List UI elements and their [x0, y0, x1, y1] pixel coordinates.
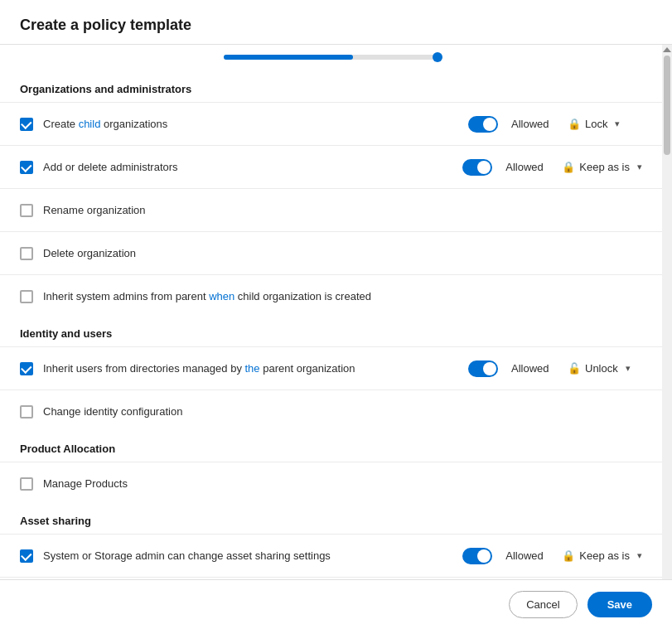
row-controls-inherit-users-dirs: Allowed🔓Unlock▾ — [468, 360, 642, 377]
checkbox-cell-system-storage-admin — [20, 549, 43, 563]
lock-label-system-storage-admin: Keep as is — [579, 549, 630, 562]
toggle-inherit-users-dirs[interactable] — [468, 360, 498, 377]
policy-row-rename-org: Rename organization — [0, 188, 662, 231]
toggle-label-inherit-users-dirs: Allowed — [511, 362, 554, 375]
toggle-label-add-delete-admins: Allowed — [505, 161, 549, 173]
section-header-product-allocation: Product Allocation — [0, 433, 662, 462]
toggle-track-create-child-orgs — [468, 116, 498, 133]
chevron-icon-system-storage-admin: ▾ — [637, 550, 642, 561]
toggle-track-add-delete-admins — [462, 159, 492, 176]
section-header-asset-sharing: Asset sharing — [0, 505, 662, 534]
checkbox-cell-change-identity-config — [20, 405, 43, 419]
scrollbar-area: Organizations and administratorsCreate c… — [0, 45, 672, 629]
toggle-thumb-add-delete-admins — [477, 161, 491, 174]
lock-label-create-child-orgs: Lock — [585, 118, 607, 130]
section-header-identity-users: Identity and users — [0, 317, 662, 346]
checkbox-cell-create-child-orgs — [20, 118, 43, 131]
lock-badge-add-delete-admins[interactable]: 🔒Keep as is▾ — [562, 161, 642, 173]
row-label-change-identity-config: Change identity configuration — [43, 405, 642, 418]
checkbox-cell-add-delete-admins — [20, 161, 43, 174]
policy-row-inherit-admins: Inherit system admins from parent when c… — [0, 274, 662, 317]
checkbox-delete-org[interactable] — [20, 247, 33, 260]
footer-bar: Cancel Save — [0, 579, 672, 629]
chevron-icon-add-delete-admins: ▾ — [637, 162, 642, 172]
checkbox-add-delete-admins[interactable] — [20, 161, 33, 174]
policy-row-change-identity-config: Change identity configuration — [0, 389, 662, 433]
toggle-label-create-child-orgs: Allowed — [511, 118, 554, 130]
checkbox-rename-org[interactable] — [20, 204, 33, 217]
row-controls-create-child-orgs: Allowed🔒Lock▾ — [468, 116, 642, 133]
checkbox-manage-products[interactable] — [20, 477, 33, 491]
checkbox-cell-rename-org — [20, 204, 43, 217]
lock-badge-system-storage-admin[interactable]: 🔒Keep as is▾ — [562, 549, 642, 562]
checkbox-inherit-users-dirs[interactable] — [20, 362, 33, 375]
toggle-thumb-create-child-orgs — [483, 118, 496, 131]
row-label-manage-products: Manage Products — [43, 477, 642, 490]
row-label-inherit-users-dirs: Inherit users from directories managed b… — [43, 362, 468, 375]
row-label-rename-org: Rename organization — [43, 204, 642, 216]
row-controls-add-delete-admins: Allowed🔒Keep as is▾ — [462, 159, 642, 176]
toggle-track-system-storage-admin — [462, 548, 492, 564]
policy-row-delete-org: Delete organization — [0, 231, 662, 274]
policy-row-manage-products: Manage Products — [0, 462, 662, 505]
progress-bar — [224, 55, 439, 60]
checkbox-cell-inherit-users-dirs — [20, 362, 43, 375]
checkbox-cell-delete-org — [20, 247, 43, 260]
policy-row-inherit-users-dirs: Inherit users from directories managed b… — [0, 346, 662, 389]
checkbox-change-identity-config[interactable] — [20, 405, 33, 419]
lock-icon-create-child-orgs: 🔒 — [568, 118, 581, 130]
lock-icon-system-storage-admin: 🔒 — [562, 549, 575, 562]
lock-icon-inherit-users-dirs: 🔓 — [568, 362, 581, 375]
chevron-icon-create-child-orgs: ▾ — [615, 119, 620, 129]
policy-row-system-storage-admin: System or Storage admin can change asset… — [0, 534, 662, 577]
toggle-label-system-storage-admin: Allowed — [505, 549, 549, 562]
chevron-icon-inherit-users-dirs: ▾ — [626, 363, 631, 374]
scrollbar-track[interactable] — [662, 45, 672, 629]
progress-bar-container — [0, 45, 662, 73]
row-label-inherit-admins: Inherit system admins from parent when c… — [43, 290, 642, 302]
section-header-org-admin: Organizations and administrators — [0, 73, 662, 102]
toggle-thumb-system-storage-admin — [477, 549, 491, 563]
toggle-track-inherit-users-dirs — [468, 360, 498, 377]
progress-bar-fill — [224, 55, 353, 60]
toggle-thumb-inherit-users-dirs — [483, 362, 496, 375]
row-label-create-child-orgs: Create child organizations — [43, 118, 468, 130]
page-header: Create a policy template — [0, 0, 672, 45]
row-label-system-storage-admin: System or Storage admin can change asset… — [43, 549, 462, 562]
page-title: Create a policy template — [20, 17, 191, 33]
checkbox-system-storage-admin[interactable] — [20, 549, 33, 563]
policy-row-create-child-orgs: Create child organizationsAllowed🔒Lock▾ — [0, 102, 662, 145]
toggle-system-storage-admin[interactable] — [462, 548, 492, 564]
lock-label-inherit-users-dirs: Unlock — [585, 362, 618, 375]
cancel-button[interactable]: Cancel — [509, 591, 577, 618]
scrollbar-up-arrow[interactable] — [663, 47, 671, 52]
scrollbar-thumb[interactable] — [664, 56, 670, 155]
checkbox-cell-manage-products — [20, 477, 43, 491]
toggle-create-child-orgs[interactable] — [468, 116, 498, 133]
row-label-delete-org: Delete organization — [43, 247, 642, 259]
policy-row-add-delete-admins: Add or delete administratorsAllowed🔒Keep… — [0, 145, 662, 188]
checkbox-cell-inherit-admins — [20, 290, 43, 303]
lock-badge-inherit-users-dirs[interactable]: 🔓Unlock▾ — [568, 362, 642, 375]
row-controls-system-storage-admin: Allowed🔒Keep as is▾ — [462, 548, 642, 564]
toggle-add-delete-admins[interactable] — [462, 159, 492, 176]
checkbox-create-child-orgs[interactable] — [20, 118, 33, 131]
content-area: Organizations and administratorsCreate c… — [0, 45, 662, 629]
save-button[interactable]: Save — [587, 592, 652, 617]
progress-indicator — [433, 52, 442, 62]
checkbox-inherit-admins[interactable] — [20, 290, 33, 303]
lock-icon-add-delete-admins: 🔒 — [562, 161, 575, 173]
row-label-add-delete-admins: Add or delete administrators — [43, 161, 462, 173]
page-container: Create a policy template Organizations a… — [0, 0, 672, 629]
lock-badge-create-child-orgs[interactable]: 🔒Lock▾ — [568, 118, 642, 130]
lock-label-add-delete-admins: Keep as is — [579, 161, 630, 173]
